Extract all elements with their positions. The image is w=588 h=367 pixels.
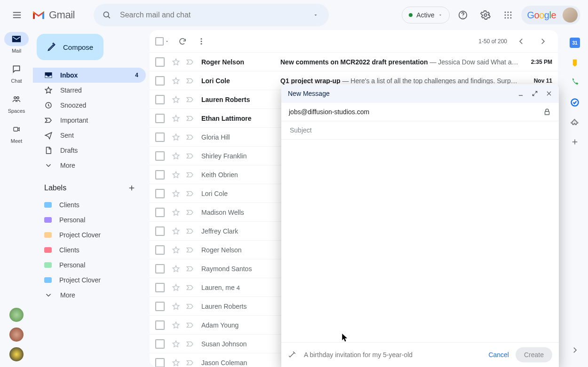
- label-item[interactable]: Personal: [33, 212, 146, 227]
- row-important-button[interactable]: [185, 152, 195, 160]
- row-important-button[interactable]: [185, 265, 195, 273]
- message-row[interactable]: Roger NelsonNew comments on MCR2022 draf…: [150, 52, 558, 71]
- row-checkbox[interactable]: [155, 208, 165, 217]
- compose-body-input[interactable]: [281, 140, 559, 342]
- row-checkbox[interactable]: [155, 95, 165, 104]
- more-actions-button[interactable]: [192, 32, 211, 51]
- nav-item-important[interactable]: Important: [33, 113, 146, 128]
- row-star-button[interactable]: [171, 133, 181, 141]
- row-checkbox[interactable]: [155, 170, 165, 180]
- compose-minimize-button[interactable]: [517, 90, 524, 97]
- row-checkbox[interactable]: [155, 57, 165, 67]
- presence-avatar[interactable]: [9, 347, 24, 361]
- page-next-button[interactable]: [533, 32, 552, 51]
- row-checkbox[interactable]: [155, 133, 165, 142]
- row-checkbox[interactable]: [155, 339, 165, 349]
- row-important-button[interactable]: [185, 95, 195, 104]
- label-item[interactable]: Clients: [33, 197, 146, 212]
- row-star-button[interactable]: [171, 95, 181, 104]
- label-item[interactable]: Personal: [33, 258, 146, 273]
- settings-button[interactable]: [476, 6, 495, 24]
- row-star-button[interactable]: [171, 246, 181, 254]
- compose-recipient-chip[interactable]: jobs@diffusion-studios.com: [289, 108, 369, 116]
- row-star-button[interactable]: [171, 171, 181, 179]
- account-button[interactable]: Google: [521, 6, 580, 24]
- compose-subject-row[interactable]: [281, 121, 559, 140]
- rail-item-chat[interactable]: Chat: [0, 62, 33, 84]
- presence-avatar[interactable]: [9, 328, 24, 342]
- label-item[interactable]: Project Clover: [33, 227, 146, 242]
- compose-subject-input[interactable]: [289, 126, 551, 134]
- apps-button[interactable]: [499, 6, 517, 24]
- search-options-button[interactable]: [306, 6, 325, 24]
- side-app-calendar[interactable]: 31: [570, 38, 580, 48]
- row-star-button[interactable]: [171, 189, 181, 198]
- row-important-button[interactable]: [185, 340, 195, 348]
- select-all-checkbox[interactable]: [155, 37, 164, 46]
- refresh-button[interactable]: [173, 32, 192, 51]
- row-star-button[interactable]: [171, 58, 181, 66]
- row-important-button[interactable]: [185, 321, 195, 329]
- row-star-button[interactable]: [171, 302, 181, 311]
- side-app-addons[interactable]: [570, 117, 580, 127]
- nav-item-starred[interactable]: Starred: [33, 83, 146, 98]
- label-item[interactable]: Clients: [33, 242, 146, 258]
- row-star-button[interactable]: [171, 77, 181, 85]
- rail-item-meet[interactable]: Meet: [0, 122, 33, 144]
- nav-item-drafts[interactable]: Drafts: [33, 143, 146, 158]
- status-pill[interactable]: Active: [402, 7, 450, 23]
- row-important-button[interactable]: [185, 77, 195, 85]
- side-app-keep[interactable]: [570, 58, 580, 68]
- search-button[interactable]: [97, 6, 116, 24]
- compose-fullscreen-button[interactable]: [532, 90, 538, 97]
- rail-item-mail[interactable]: Mail: [0, 32, 33, 54]
- search-bar[interactable]: [94, 4, 329, 26]
- compose-help-create-button[interactable]: Create: [516, 347, 552, 362]
- main-menu-button[interactable]: [8, 6, 26, 24]
- row-star-button[interactable]: [171, 359, 181, 367]
- gmail-logo[interactable]: Gmail: [32, 9, 75, 21]
- row-star-button[interactable]: [171, 283, 181, 292]
- row-important-button[interactable]: [185, 189, 195, 198]
- row-important-button[interactable]: [185, 58, 195, 66]
- compose-close-button[interactable]: [546, 90, 552, 97]
- presence-avatar[interactable]: [9, 308, 24, 322]
- labels-item-more[interactable]: More: [33, 288, 146, 303]
- nav-item-snoozed[interactable]: Snoozed: [33, 98, 146, 113]
- nav-item-sent[interactable]: Sent: [33, 128, 146, 143]
- page-prev-button[interactable]: [512, 32, 531, 51]
- search-input[interactable]: [116, 11, 306, 19]
- row-checkbox[interactable]: [155, 245, 165, 255]
- row-checkbox[interactable]: [155, 189, 165, 198]
- label-item[interactable]: Project Clover: [33, 273, 146, 288]
- compose-confidential-button[interactable]: [543, 108, 551, 116]
- row-checkbox[interactable]: [155, 264, 165, 273]
- row-checkbox[interactable]: [155, 76, 165, 86]
- row-checkbox[interactable]: [155, 302, 165, 311]
- row-important-button[interactable]: [185, 227, 195, 235]
- side-app-tasks[interactable]: [570, 98, 580, 107]
- row-checkbox[interactable]: [155, 283, 165, 292]
- support-button[interactable]: [453, 6, 472, 24]
- side-panel-toggle[interactable]: [565, 341, 584, 359]
- add-label-button[interactable]: [125, 181, 138, 195]
- row-checkbox[interactable]: [155, 320, 165, 330]
- row-star-button[interactable]: [171, 152, 181, 160]
- compose-title-bar[interactable]: New Message: [281, 84, 559, 103]
- compose-help-cancel-button[interactable]: Cancel: [488, 351, 509, 359]
- row-star-button[interactable]: [171, 321, 181, 329]
- rail-item-spaces[interactable]: Spaces: [0, 92, 33, 114]
- nav-item-more[interactable]: More: [33, 158, 146, 173]
- row-star-button[interactable]: [171, 227, 181, 235]
- compose-button[interactable]: Compose: [37, 34, 103, 60]
- row-checkbox[interactable]: [155, 114, 165, 123]
- row-important-button[interactable]: [185, 171, 195, 179]
- row-checkbox[interactable]: [155, 226, 165, 236]
- row-important-button[interactable]: [185, 114, 195, 123]
- row-checkbox[interactable]: [155, 151, 165, 161]
- select-all-control[interactable]: [155, 37, 169, 46]
- row-star-button[interactable]: [171, 114, 181, 123]
- compose-help-input[interactable]: [303, 351, 482, 359]
- compose-recipients-row[interactable]: jobs@diffusion-studios.com: [281, 103, 559, 121]
- row-important-button[interactable]: [185, 133, 195, 141]
